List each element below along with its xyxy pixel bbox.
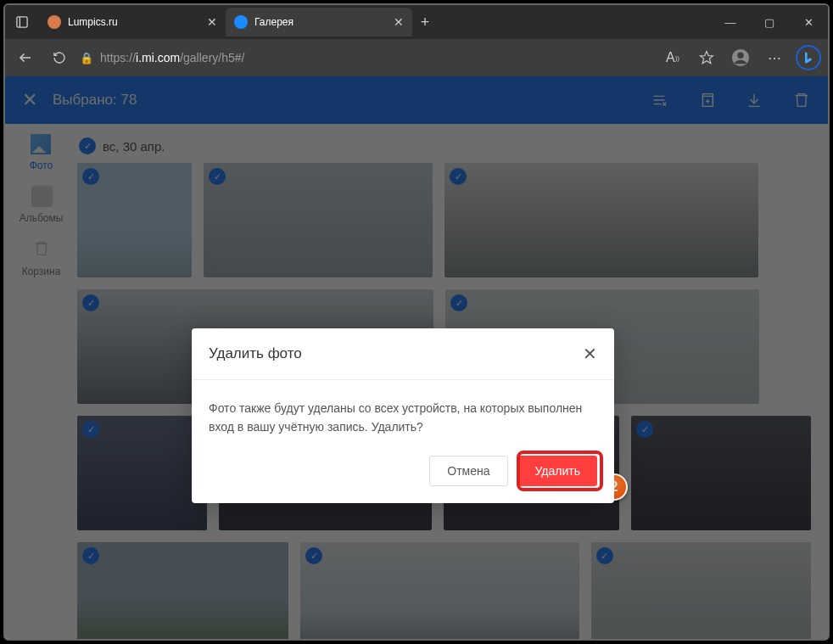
- delete-dialog: Удалить фото ✕ Фото также будут уделаны …: [192, 328, 614, 503]
- svg-marker-3: [701, 52, 713, 64]
- browser-tab-active[interactable]: Галерея ✕: [226, 8, 412, 36]
- delete-button[interactable]: Удалить: [518, 456, 597, 486]
- dialog-body: Фото также будут уделаны со всех устройс…: [192, 380, 614, 447]
- lock-icon: 🔒: [80, 52, 93, 64]
- svg-point-5: [737, 53, 743, 59]
- browser-titlebar: Lumpics.ru ✕ Галерея ✕ + — ▢ ✕: [5, 5, 828, 39]
- favicon-icon: [234, 15, 248, 29]
- back-button[interactable]: [12, 44, 39, 71]
- read-aloud-icon[interactable]: A)): [660, 45, 685, 70]
- url-box[interactable]: 🔒 https://i.mi.com/gallery/h5#/: [80, 51, 653, 64]
- tab-label: Lumpics.ru: [68, 16, 200, 28]
- page-content: ✕ Выбрано: 78 Фото Альбомы: [5, 76, 828, 639]
- dialog-title: Удалить фото: [209, 345, 302, 362]
- window-maximize-button[interactable]: ▢: [750, 5, 789, 39]
- cancel-button[interactable]: Отмена: [429, 456, 507, 486]
- window-close-button[interactable]: ✕: [789, 5, 828, 39]
- tab-label: Галерея: [254, 16, 387, 28]
- favicon-icon: [48, 15, 61, 29]
- favorite-icon[interactable]: [694, 45, 719, 70]
- tab-close-icon[interactable]: ✕: [207, 15, 217, 29]
- bing-chat-icon[interactable]: [796, 45, 821, 70]
- profile-icon[interactable]: [728, 45, 753, 70]
- menu-icon[interactable]: ⋯: [762, 45, 787, 70]
- svg-rect-0: [17, 17, 27, 27]
- tab-close-icon[interactable]: ✕: [394, 15, 404, 29]
- dialog-close-button[interactable]: ✕: [583, 344, 597, 364]
- browser-tab-inactive[interactable]: Lumpics.ru ✕: [39, 8, 226, 36]
- url-text: https://i.mi.com/gallery/h5#/: [100, 51, 244, 64]
- tab-overview-icon[interactable]: [5, 16, 39, 28]
- new-tab-button[interactable]: +: [412, 14, 438, 31]
- address-bar: 🔒 https://i.mi.com/gallery/h5#/ A)) ⋯: [5, 39, 828, 76]
- window-minimize-button[interactable]: —: [711, 5, 750, 39]
- refresh-button[interactable]: [46, 44, 73, 71]
